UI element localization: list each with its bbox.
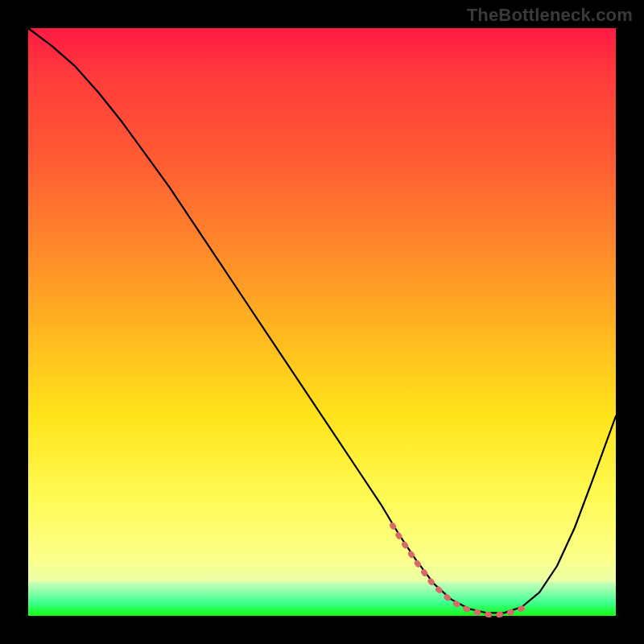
chart-frame: TheBottleneck.com — [0, 0, 644, 644]
optimal-range-marker — [393, 526, 528, 615]
watermark-text: TheBottleneck.com — [467, 5, 633, 26]
chart-svg — [28, 28, 616, 616]
plot-area — [28, 28, 616, 616]
bottleneck-curve — [28, 28, 616, 613]
